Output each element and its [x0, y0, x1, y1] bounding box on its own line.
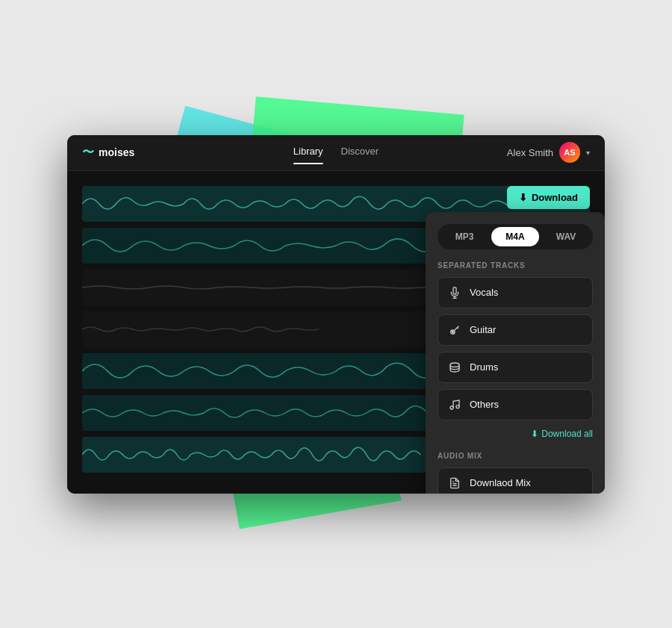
track-option-others[interactable]: Others [438, 389, 593, 420]
drums-icon [447, 360, 462, 375]
tab-discover[interactable]: Discover [341, 146, 379, 160]
track-option-guitar[interactable]: Guitar [438, 314, 593, 346]
mix-option-label: Downlaod Mix [470, 477, 531, 488]
track-label-drums: Drums [470, 361, 498, 373]
svg-point-5 [450, 406, 453, 409]
format-tabs: MP3 M4A WAV [438, 224, 593, 249]
svg-point-4 [450, 363, 459, 367]
separated-tracks-label: SEPARATED TRACKS [438, 261, 593, 270]
track-label-vocals: Vocals [470, 287, 498, 298]
header: 〜 moises Library Discover Alex Smith AS … [67, 135, 605, 171]
logo-text: moises [99, 146, 134, 158]
download-all-area: ⬇ Download all [438, 426, 593, 440]
mix-option[interactable]: Downlaod Mix [438, 467, 593, 494]
track-label-guitar: Guitar [470, 324, 496, 335]
chevron-down-icon[interactable]: ▾ [586, 149, 590, 157]
format-tab-mp3[interactable]: MP3 [441, 227, 488, 246]
track-label-others: Others [470, 399, 499, 410]
svg-point-6 [456, 405, 459, 408]
content-area: ⬇ Download MP3 M4A WAV [67, 171, 605, 494]
download-icon: ⬇ [519, 192, 527, 203]
file-icon [447, 476, 462, 491]
app-window: 〜 moises Library Discover Alex Smith AS … [67, 135, 605, 494]
download-button[interactable]: ⬇ Download [507, 186, 590, 209]
tab-library[interactable]: Library [293, 146, 323, 160]
download-all-icon: ⬇ [531, 429, 538, 439]
download-all-link[interactable]: ⬇ Download all [531, 429, 593, 439]
svg-point-3 [452, 331, 453, 332]
music-icon [447, 397, 462, 412]
guitar-icon [447, 323, 462, 338]
logo-icon: 〜 [82, 145, 94, 161]
microphone-icon [447, 285, 462, 300]
user-name: Alex Smith [507, 147, 553, 158]
download-panel: MP3 M4A WAV SEPARATED TRACKS [426, 212, 605, 494]
track-option-drums[interactable]: Drums [438, 352, 593, 383]
avatar: AS [559, 142, 580, 163]
audio-mix-label: AUDIO MIX [438, 452, 593, 460]
logo: 〜 moises [82, 145, 134, 161]
format-tab-m4a[interactable]: M4A [491, 227, 539, 246]
nav-tabs: Library Discover [293, 146, 379, 160]
user-area: Alex Smith AS ▾ [507, 142, 590, 163]
track-option-vocals[interactable]: Vocals [438, 277, 593, 308]
format-tab-wav[interactable]: WAV [542, 227, 590, 246]
